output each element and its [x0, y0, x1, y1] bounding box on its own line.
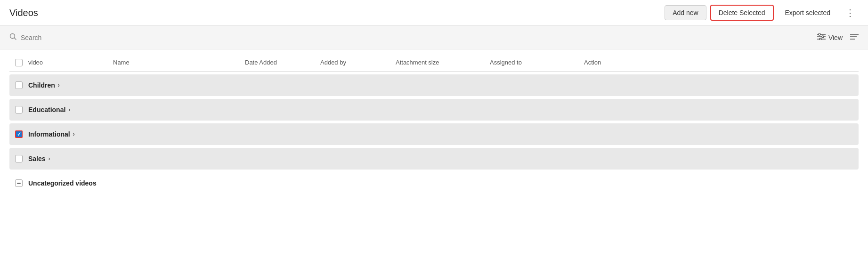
svg-point-7 — [819, 38, 821, 40]
group-name-informational: Informational › — [28, 130, 113, 138]
delete-selected-button[interactable]: Delete Selected — [710, 5, 774, 21]
row-checkbox-children[interactable] — [15, 81, 23, 89]
header-actions: Add new Delete Selected Export selected … — [665, 5, 859, 21]
filter-icon — [817, 33, 826, 41]
row-checkbox-cell-children — [9, 81, 28, 89]
search-bar: View — [0, 26, 868, 49]
export-selected-button[interactable]: Export selected — [778, 6, 838, 20]
group-name-children: Children › — [28, 81, 113, 89]
table-row: Educational › — [9, 99, 859, 121]
chevron-right-icon[interactable]: › — [58, 82, 60, 89]
chevron-right-icon[interactable]: › — [49, 155, 50, 162]
row-checkbox-informational[interactable] — [15, 130, 23, 138]
search-icon — [9, 33, 17, 42]
add-new-button[interactable]: Add new — [665, 5, 706, 20]
view-label: View — [828, 34, 843, 41]
page-title: Videos — [9, 8, 38, 18]
row-checkbox-uncategorized[interactable] — [15, 179, 23, 187]
column-added-by: Added by — [320, 59, 396, 66]
column-date-added: Date Added — [245, 59, 320, 66]
search-right-controls: View — [817, 32, 859, 42]
more-options-button[interactable]: ⋮ — [842, 5, 859, 20]
row-checkbox-cell-educational — [9, 106, 28, 113]
row-checkbox-cell-sales — [9, 155, 28, 162]
select-all-checkbox[interactable] — [15, 59, 23, 66]
table-container: video Name Date Added Added by Attachmen… — [0, 49, 868, 206]
table-row: Sales › — [9, 148, 859, 170]
chevron-right-icon[interactable]: › — [73, 131, 75, 138]
svg-point-5 — [819, 33, 820, 35]
group-name-educational: Educational › — [28, 106, 113, 113]
column-name: Name — [113, 59, 245, 66]
page-header: Videos Add new Delete Selected Export se… — [0, 0, 868, 26]
chevron-right-icon[interactable]: › — [68, 106, 70, 113]
header-checkbox-cell — [9, 59, 28, 66]
column-action: Action — [584, 59, 859, 66]
table-header: video Name Date Added Added by Attachmen… — [9, 54, 859, 72]
row-checkbox-educational[interactable] — [15, 106, 23, 113]
column-attachment-size: Attachment size — [396, 59, 490, 66]
sort-icon[interactable] — [850, 32, 859, 42]
search-input[interactable] — [21, 34, 817, 41]
table-row: Uncategorized videos — [9, 172, 859, 194]
view-button[interactable]: View — [817, 33, 843, 41]
table-row: Children › — [9, 74, 859, 96]
group-name-sales: Sales › — [28, 155, 113, 162]
svg-point-6 — [822, 36, 824, 38]
svg-line-1 — [15, 38, 16, 40]
row-checkbox-cell-uncategorized — [9, 179, 28, 187]
group-name-uncategorized: Uncategorized videos — [28, 179, 113, 187]
row-checkbox-sales[interactable] — [15, 155, 23, 162]
column-assigned-to: Assigned to — [490, 59, 584, 66]
row-checkbox-cell-informational — [9, 130, 28, 138]
column-video: video — [28, 59, 113, 66]
table-row: Informational › — [9, 123, 859, 145]
